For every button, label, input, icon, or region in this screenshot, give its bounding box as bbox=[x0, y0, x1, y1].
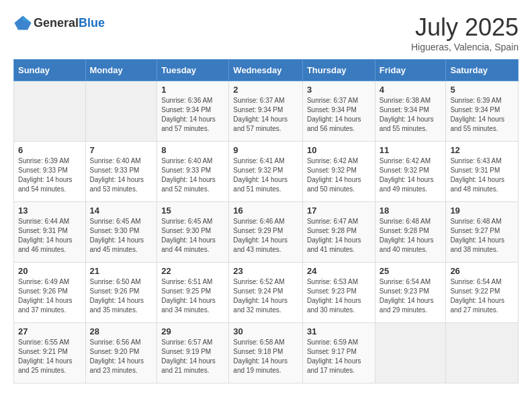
day-number: 28 bbox=[90, 326, 153, 336]
calendar-cell: 13 Sunrise: 6:44 AMSunset: 9:31 PMDaylig… bbox=[14, 202, 86, 263]
day-number: 14 bbox=[90, 205, 153, 216]
logo: GeneralBlue bbox=[13, 13, 105, 32]
day-info: Sunrise: 6:41 AMSunset: 9:32 PMDaylight:… bbox=[233, 157, 287, 193]
weekday-header-monday: Monday bbox=[85, 60, 157, 81]
day-number: 2 bbox=[233, 85, 298, 95]
calendar-cell: 22 Sunrise: 6:51 AMSunset: 9:25 PMDaylig… bbox=[157, 263, 229, 323]
calendar-cell: 15 Sunrise: 6:45 AMSunset: 9:30 PMDaylig… bbox=[157, 202, 229, 263]
day-info: Sunrise: 6:52 AMSunset: 9:24 PMDaylight:… bbox=[233, 278, 287, 314]
week-row-3: 13 Sunrise: 6:44 AMSunset: 9:31 PMDaylig… bbox=[14, 202, 519, 263]
calendar-cell: 30 Sunrise: 6:58 AMSunset: 9:18 PMDaylig… bbox=[229, 323, 303, 383]
day-info: Sunrise: 6:39 AMSunset: 9:34 PMDaylight:… bbox=[450, 97, 504, 132]
calendar-cell: 12 Sunrise: 6:43 AMSunset: 9:31 PMDaylig… bbox=[446, 142, 519, 202]
calendar-cell bbox=[446, 323, 519, 383]
day-number: 13 bbox=[18, 205, 81, 216]
calendar-cell: 7 Sunrise: 6:40 AMSunset: 9:33 PMDayligh… bbox=[85, 142, 157, 202]
day-number: 1 bbox=[161, 85, 224, 95]
calendar-cell bbox=[375, 323, 446, 383]
day-info: Sunrise: 6:59 AMSunset: 9:17 PMDaylight:… bbox=[307, 338, 361, 374]
calendar-cell: 31 Sunrise: 6:59 AMSunset: 9:17 PMDaylig… bbox=[302, 323, 375, 383]
day-info: Sunrise: 6:37 AMSunset: 9:34 PMDaylight:… bbox=[233, 97, 287, 132]
day-number: 6 bbox=[18, 145, 81, 155]
day-number: 22 bbox=[161, 266, 224, 276]
week-row-4: 20 Sunrise: 6:49 AMSunset: 9:26 PMDaylig… bbox=[14, 263, 519, 323]
day-number: 9 bbox=[233, 145, 298, 155]
calendar-cell: 14 Sunrise: 6:45 AMSunset: 9:30 PMDaylig… bbox=[85, 202, 157, 263]
day-number: 15 bbox=[161, 205, 224, 216]
calendar-cell: 18 Sunrise: 6:48 AMSunset: 9:28 PMDaylig… bbox=[375, 202, 446, 263]
day-info: Sunrise: 6:40 AMSunset: 9:33 PMDaylight:… bbox=[90, 157, 144, 193]
calendar-cell: 9 Sunrise: 6:41 AMSunset: 9:32 PMDayligh… bbox=[229, 142, 303, 202]
day-number: 11 bbox=[380, 145, 442, 155]
calendar-cell bbox=[85, 81, 157, 142]
location-title: Higueras, Valencia, Spain bbox=[411, 42, 519, 52]
day-number: 3 bbox=[307, 85, 371, 95]
weekday-header-row: SundayMondayTuesdayWednesdayThursdayFrid… bbox=[14, 60, 519, 81]
day-info: Sunrise: 6:44 AMSunset: 9:31 PMDaylight:… bbox=[18, 218, 73, 253]
weekday-header-friday: Friday bbox=[375, 60, 446, 81]
calendar-cell: 28 Sunrise: 6:56 AMSunset: 9:20 PMDaylig… bbox=[85, 323, 157, 383]
day-info: Sunrise: 6:54 AMSunset: 9:23 PMDaylight:… bbox=[380, 278, 434, 314]
day-number: 12 bbox=[450, 145, 514, 155]
calendar-cell bbox=[14, 81, 86, 142]
day-info: Sunrise: 6:49 AMSunset: 9:26 PMDaylight:… bbox=[18, 278, 73, 314]
day-number: 31 bbox=[307, 326, 371, 336]
weekday-header-wednesday: Wednesday bbox=[229, 60, 303, 81]
day-info: Sunrise: 6:38 AMSunset: 9:34 PMDaylight:… bbox=[380, 97, 434, 132]
day-number: 19 bbox=[450, 205, 514, 216]
day-number: 8 bbox=[161, 145, 224, 155]
day-number: 21 bbox=[90, 266, 153, 276]
day-info: Sunrise: 6:43 AMSunset: 9:31 PMDaylight:… bbox=[450, 157, 504, 193]
calendar-cell: 8 Sunrise: 6:40 AMSunset: 9:33 PMDayligh… bbox=[157, 142, 229, 202]
calendar-cell: 2 Sunrise: 6:37 AMSunset: 9:34 PMDayligh… bbox=[229, 81, 303, 142]
day-info: Sunrise: 6:51 AMSunset: 9:25 PMDaylight:… bbox=[161, 278, 216, 314]
day-info: Sunrise: 6:45 AMSunset: 9:30 PMDaylight:… bbox=[161, 218, 216, 253]
day-info: Sunrise: 6:54 AMSunset: 9:22 PMDaylight:… bbox=[450, 278, 504, 314]
weekday-header-sunday: Sunday bbox=[14, 60, 86, 81]
calendar-cell: 10 Sunrise: 6:42 AMSunset: 9:32 PMDaylig… bbox=[302, 142, 375, 202]
calendar-cell: 5 Sunrise: 6:39 AMSunset: 9:34 PMDayligh… bbox=[446, 81, 519, 142]
title-block: July 2025 Higueras, Valencia, Spain bbox=[411, 13, 519, 52]
weekday-header-thursday: Thursday bbox=[302, 60, 375, 81]
weekday-header-tuesday: Tuesday bbox=[157, 60, 229, 81]
day-number: 18 bbox=[380, 205, 442, 216]
calendar-cell: 26 Sunrise: 6:54 AMSunset: 9:22 PMDaylig… bbox=[446, 263, 519, 323]
calendar-cell: 11 Sunrise: 6:42 AMSunset: 9:32 PMDaylig… bbox=[375, 142, 446, 202]
day-number: 25 bbox=[380, 266, 442, 276]
day-number: 23 bbox=[233, 266, 298, 276]
calendar-cell: 6 Sunrise: 6:39 AMSunset: 9:33 PMDayligh… bbox=[14, 142, 86, 202]
day-number: 20 bbox=[18, 266, 81, 276]
day-number: 29 bbox=[161, 326, 224, 336]
calendar-cell: 25 Sunrise: 6:54 AMSunset: 9:23 PMDaylig… bbox=[375, 263, 446, 323]
day-info: Sunrise: 6:48 AMSunset: 9:28 PMDaylight:… bbox=[380, 218, 434, 253]
logo-text-blue: Blue bbox=[79, 16, 105, 30]
weekday-header-saturday: Saturday bbox=[446, 60, 519, 81]
month-title: July 2025 bbox=[411, 13, 519, 42]
day-info: Sunrise: 6:57 AMSunset: 9:19 PMDaylight:… bbox=[161, 338, 216, 374]
week-row-5: 27 Sunrise: 6:55 AMSunset: 9:21 PMDaylig… bbox=[14, 323, 519, 383]
day-number: 27 bbox=[18, 326, 81, 336]
day-info: Sunrise: 6:45 AMSunset: 9:30 PMDaylight:… bbox=[90, 218, 144, 253]
day-number: 24 bbox=[307, 266, 371, 276]
day-info: Sunrise: 6:50 AMSunset: 9:26 PMDaylight:… bbox=[90, 278, 144, 314]
day-number: 26 bbox=[450, 266, 514, 276]
page-header: GeneralBlue July 2025 Higueras, Valencia… bbox=[13, 13, 519, 52]
calendar-cell: 20 Sunrise: 6:49 AMSunset: 9:26 PMDaylig… bbox=[14, 263, 86, 323]
day-number: 30 bbox=[233, 326, 298, 336]
day-number: 7 bbox=[90, 145, 153, 155]
day-info: Sunrise: 6:42 AMSunset: 9:32 PMDaylight:… bbox=[380, 157, 434, 193]
day-info: Sunrise: 6:40 AMSunset: 9:33 PMDaylight:… bbox=[161, 157, 216, 193]
calendar-cell: 27 Sunrise: 6:55 AMSunset: 9:21 PMDaylig… bbox=[14, 323, 86, 383]
day-number: 17 bbox=[307, 205, 371, 216]
day-info: Sunrise: 6:39 AMSunset: 9:33 PMDaylight:… bbox=[18, 157, 73, 193]
day-number: 16 bbox=[233, 205, 298, 216]
calendar-cell: 21 Sunrise: 6:50 AMSunset: 9:26 PMDaylig… bbox=[85, 263, 157, 323]
day-number: 4 bbox=[380, 85, 442, 95]
calendar-cell: 4 Sunrise: 6:38 AMSunset: 9:34 PMDayligh… bbox=[375, 81, 446, 142]
logo-icon bbox=[13, 13, 32, 32]
calendar-cell: 24 Sunrise: 6:53 AMSunset: 9:23 PMDaylig… bbox=[302, 263, 375, 323]
calendar-cell: 3 Sunrise: 6:37 AMSunset: 9:34 PMDayligh… bbox=[302, 81, 375, 142]
day-number: 5 bbox=[450, 85, 514, 95]
day-info: Sunrise: 6:58 AMSunset: 9:18 PMDaylight:… bbox=[233, 338, 287, 374]
day-info: Sunrise: 6:42 AMSunset: 9:32 PMDaylight:… bbox=[307, 157, 361, 193]
